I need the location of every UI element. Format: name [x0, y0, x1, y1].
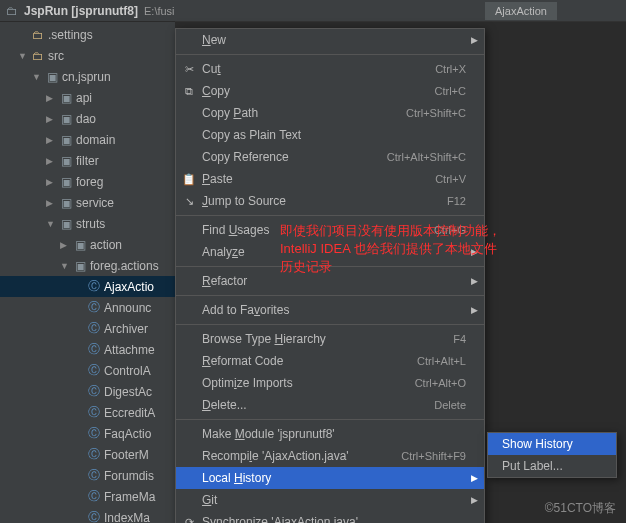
menu-item[interactable]: Reformat CodeCtrl+Alt+L [176, 350, 484, 372]
tree-item[interactable]: ▶▣dao [0, 108, 175, 129]
expand-icon[interactable]: ▶ [46, 156, 56, 166]
menu-item[interactable]: Optimize ImportsCtrl+Alt+O [176, 372, 484, 394]
tree-item[interactable]: ▶▣action [0, 234, 175, 255]
watermark: ©51CTO博客 [545, 500, 616, 517]
tree-item[interactable]: ▶▣domain [0, 129, 175, 150]
tree-item[interactable]: ⒸControlA [0, 360, 175, 381]
pkg-icon: ▣ [73, 238, 87, 252]
tree-label: dao [76, 112, 96, 126]
project-title: JspRun [jsprunutf8] [24, 4, 138, 18]
menu-item[interactable]: 📋PasteCtrl+V [176, 168, 484, 190]
menu-item[interactable]: Find UsagesCtrl+G [176, 219, 484, 241]
menu-item[interactable]: ↘Jump to SourceF12 [176, 190, 484, 212]
editor-tabs: AjaxAction [175, 0, 626, 22]
expand-icon[interactable]: ▼ [18, 51, 28, 61]
tree-item[interactable]: ⒸFrameMa [0, 486, 175, 507]
pkg-icon: ▣ [59, 133, 73, 147]
tree-item[interactable]: ▶▣api [0, 87, 175, 108]
menu-item[interactable]: Analyze▶ [176, 241, 484, 263]
menu-label: Copy Path [202, 106, 406, 120]
menu-item[interactable]: Copy PathCtrl+Shift+C [176, 102, 484, 124]
tree-item[interactable]: ⒸEccreditA [0, 402, 175, 423]
cls-icon: Ⓒ [87, 425, 101, 442]
tree-label: foreg [76, 175, 103, 189]
pkg-icon: ▣ [45, 70, 59, 84]
expand-icon[interactable]: ▼ [32, 72, 42, 82]
tree-label: api [76, 91, 92, 105]
tree-item[interactable]: ▼🗀src [0, 45, 175, 66]
expand-icon[interactable]: ▶ [46, 114, 56, 124]
tree-item[interactable]: ▶▣service [0, 192, 175, 213]
local-history-submenu: Show HistoryPut Label... [487, 432, 617, 478]
menu-item[interactable]: Git▶ [176, 489, 484, 511]
menu-item[interactable]: ✂CutCtrl+X [176, 58, 484, 80]
tree-item[interactable]: ⒸFooterM [0, 444, 175, 465]
cls-icon: Ⓒ [87, 299, 101, 316]
tab-ajaxaction[interactable]: AjaxAction [485, 2, 557, 20]
tree-item[interactable]: ▶▣foreg [0, 171, 175, 192]
tree-label: IndexMa [104, 511, 150, 524]
tree-item[interactable]: 🗀.settings [0, 24, 175, 45]
menu-label: Paste [202, 172, 435, 186]
submenu-arrow-icon: ▶ [471, 473, 478, 483]
tree-label: foreg.actions [90, 259, 159, 273]
menu-item[interactable]: Add to Favorites▶ [176, 299, 484, 321]
cls-icon: Ⓒ [87, 383, 101, 400]
shortcut: Ctrl+Alt+Shift+C [387, 151, 466, 163]
menu-label: Add to Favorites [202, 303, 466, 317]
menu-item[interactable]: Local History▶ [176, 467, 484, 489]
tree-label: action [90, 238, 122, 252]
expand-icon[interactable]: ▶ [46, 198, 56, 208]
tree-item[interactable]: ⒸAttachme [0, 339, 175, 360]
menu-item[interactable]: Copy ReferenceCtrl+Alt+Shift+C [176, 146, 484, 168]
pkg-icon: ▣ [59, 217, 73, 231]
expand-icon[interactable]: ▶ [46, 177, 56, 187]
tree-label: Forumdis [104, 469, 154, 483]
pkg-icon: ▣ [73, 259, 87, 273]
tree-label: src [48, 49, 64, 63]
tree-item[interactable]: ⒸDigestAc [0, 381, 175, 402]
menu-item[interactable]: Refactor▶ [176, 270, 484, 292]
menu-label: Find Usages [202, 223, 434, 237]
expand-icon[interactable]: ▶ [46, 135, 56, 145]
expand-icon[interactable]: ▶ [60, 240, 70, 250]
tree-item[interactable]: ⒸArchiver [0, 318, 175, 339]
menu-item[interactable]: ⧉CopyCtrl+C [176, 80, 484, 102]
expand-icon[interactable]: ▼ [60, 261, 70, 271]
project-tree[interactable]: 🗀.settings▼🗀src▼▣cn.jsprun▶▣api▶▣dao▶▣do… [0, 22, 175, 523]
menu-item[interactable]: Recompile 'AjaxAction.java'Ctrl+Shift+F9 [176, 445, 484, 467]
expand-icon[interactable]: ▶ [46, 93, 56, 103]
menu-item[interactable]: ⟳Synchronize 'AjaxAction.java' [176, 511, 484, 523]
tree-item[interactable]: ⒸFaqActio [0, 423, 175, 444]
pkg-icon: ▣ [59, 154, 73, 168]
menu-item[interactable]: New▶ [176, 29, 484, 51]
tree-label: DigestAc [104, 385, 152, 399]
menu-item[interactable]: Copy as Plain Text [176, 124, 484, 146]
menu-label: Recompile 'AjaxAction.java' [202, 449, 401, 463]
tree-item[interactable]: ⒸAnnounc [0, 297, 175, 318]
tree-item[interactable]: ⒸAjaxActio [0, 276, 175, 297]
tree-item[interactable]: ▼▣cn.jsprun [0, 66, 175, 87]
tree-item[interactable]: ▼▣foreg.actions [0, 255, 175, 276]
expand-icon[interactable]: ▼ [46, 219, 56, 229]
tree-item[interactable]: ▶▣filter [0, 150, 175, 171]
menu-icon: ⟳ [182, 516, 196, 524]
tree-item[interactable]: ⒸForumdis [0, 465, 175, 486]
menu-item[interactable]: Browse Type HierarchyF4 [176, 328, 484, 350]
menu-item[interactable]: Make Module 'jsprunutf8' [176, 423, 484, 445]
submenu-item[interactable]: Show History [488, 433, 616, 455]
folder-icon: 🗀 [31, 49, 45, 63]
menu-icon: 📋 [182, 173, 196, 186]
shortcut: Delete [434, 399, 466, 411]
tree-item[interactable]: ⒸIndexMa [0, 507, 175, 523]
project-icon: 🗀 [6, 4, 18, 18]
cls-icon: Ⓒ [87, 509, 101, 523]
menu-icon: ↘ [182, 195, 196, 208]
tree-label: ControlA [104, 364, 151, 378]
tree-item[interactable]: ▼▣struts [0, 213, 175, 234]
shortcut: Ctrl+Alt+O [415, 377, 466, 389]
submenu-item[interactable]: Put Label... [488, 455, 616, 477]
shortcut: F12 [447, 195, 466, 207]
shortcut: Ctrl+Shift+F9 [401, 450, 466, 462]
menu-item[interactable]: Delete...Delete [176, 394, 484, 416]
